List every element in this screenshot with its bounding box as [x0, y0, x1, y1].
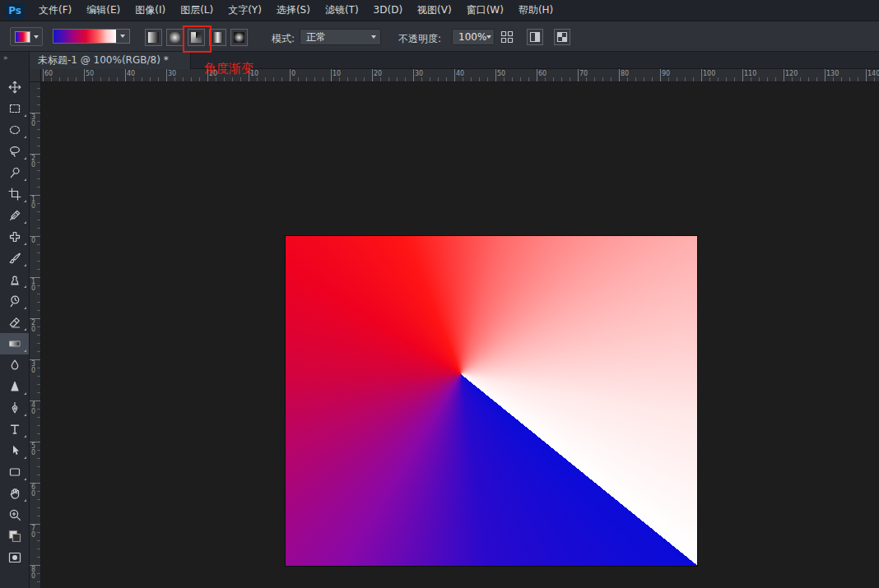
h-ruler-label: 50 — [86, 70, 94, 77]
chevron-down-icon — [486, 35, 491, 39]
h-ruler-label: 20 — [374, 70, 382, 77]
tool-preset-picker[interactable] — [10, 27, 43, 46]
lasso-tool[interactable] — [0, 141, 29, 162]
ruler-corner[interactable] — [30, 69, 41, 82]
tools-list — [0, 76, 30, 568]
v-ruler-label: 50 — [31, 443, 39, 456]
eraser-tool[interactable] — [0, 312, 29, 333]
opacity-select[interactable]: 100% — [452, 29, 495, 45]
ellipse-marquee-tool[interactable] — [0, 119, 29, 141]
h-ruler-label: 20 — [209, 70, 217, 77]
diamond-gradient-button[interactable] — [230, 29, 248, 46]
diamond-gradient-icon — [234, 32, 244, 43]
path-selection-tool[interactable] — [0, 440, 29, 461]
v-ruler-label: 10 — [31, 279, 39, 291]
menu-item-1[interactable]: 编辑(E) — [79, 0, 128, 21]
crop-tool[interactable] — [0, 183, 29, 205]
menu-item-4[interactable]: 文字(Y) — [221, 0, 269, 21]
h-ruler-label: 30 — [415, 70, 423, 77]
document-canvas[interactable] — [286, 236, 697, 566]
move-tool[interactable] — [0, 76, 29, 98]
reflected-gradient-button[interactable] — [209, 29, 226, 46]
sharpen-tool[interactable] — [0, 376, 29, 397]
mode-select[interactable]: 正常 — [300, 29, 381, 45]
h-ruler-label: 110 — [744, 70, 756, 77]
blur-tool[interactable] — [0, 354, 29, 376]
menu-item-10[interactable]: 帮助(H) — [511, 0, 560, 21]
zoom-tool[interactable] — [0, 504, 29, 525]
eyedropper-tool[interactable] — [0, 205, 29, 226]
horizontal-ruler[interactable]: 6050403020100102030405060708090100110120… — [41, 69, 879, 82]
angle-gradient-button[interactable] — [188, 29, 205, 46]
menu-item-5[interactable]: 选择(S) — [269, 0, 318, 21]
h-ruler-label: 50 — [497, 70, 505, 77]
quick-selection-tool[interactable] — [0, 162, 29, 183]
gradient-preview[interactable] — [53, 29, 117, 44]
radial-gradient-button[interactable] — [166, 29, 184, 46]
canvas-area[interactable] — [41, 82, 879, 588]
h-ruler-label: 40 — [456, 70, 464, 77]
gradient-type-buttons — [145, 29, 248, 46]
healing-brush-tool[interactable] — [0, 226, 29, 248]
rect-marquee-tool[interactable] — [0, 98, 29, 119]
history-brush-tool[interactable] — [0, 290, 29, 312]
h-ruler-label: 90 — [662, 70, 670, 77]
menu-item-7[interactable]: 3D(D) — [366, 0, 410, 21]
mode-value: 正常 — [306, 30, 326, 44]
linear-gradient-icon — [148, 32, 159, 43]
rectangle-tool[interactable] — [0, 461, 29, 483]
quick-mask-button[interactable] — [0, 547, 29, 568]
gradient-picker-open-button[interactable] — [116, 29, 130, 44]
brush-tool[interactable] — [0, 248, 29, 269]
opacity-label: 不透明度: — [398, 32, 441, 46]
h-ruler-label: 10 — [333, 70, 341, 77]
h-ruler-label: 80 — [621, 70, 629, 77]
document-tab[interactable]: 未标题-1 @ 100%(RGB/8) * — [30, 52, 191, 69]
mode-label: 模式: — [272, 32, 295, 46]
angle-gradient-icon — [191, 32, 202, 43]
menu-item-6[interactable]: 滤镜(T) — [318, 0, 366, 21]
menu-item-0[interactable]: 文件(F) — [31, 0, 79, 21]
v-ruler-label: 30 — [31, 114, 39, 127]
hand-tool[interactable] — [0, 483, 29, 504]
pen-tool[interactable] — [0, 397, 29, 419]
vertical-ruler[interactable]: 30201001020304050607080 — [30, 82, 41, 588]
v-ruler-label: 40 — [31, 402, 39, 414]
foreground-color-swatch[interactable] — [0, 525, 29, 547]
h-ruler-label: 70 — [579, 70, 588, 77]
v-ruler-label: 30 — [31, 361, 39, 373]
h-ruler-label: 60 — [44, 70, 53, 77]
photoshop-window: Ps 文件(F)编辑(E)图像(I)图层(L)文字(Y)选择(S)滤镜(T)3D… — [0, 0, 879, 588]
h-ruler-label: 10 — [250, 70, 258, 77]
menu-bar: Ps 文件(F)编辑(E)图像(I)图层(L)文字(Y)选择(S)滤镜(T)3D… — [0, 0, 879, 21]
h-ruler-label: 0 — [291, 70, 295, 77]
menu-items: 文件(F)编辑(E)图像(I)图层(L)文字(Y)选择(S)滤镜(T)3D(D)… — [31, 0, 560, 21]
h-ruler-label: 130 — [826, 70, 839, 77]
document-tab-title: 未标题-1 @ 100%(RGB/8) * — [38, 53, 169, 67]
document-tab-bar: 未标题-1 @ 100%(RGB/8) * — [30, 52, 879, 69]
h-ruler-label: 60 — [538, 70, 546, 77]
gradient-tool[interactable] — [0, 333, 29, 354]
v-ruler-label: 10 — [31, 197, 39, 209]
photoshop-logo: Ps — [5, 2, 25, 19]
radial-gradient-icon — [170, 32, 180, 43]
menu-item-8[interactable]: 视图(V) — [410, 0, 459, 21]
menu-item-2[interactable]: 图像(I) — [128, 0, 173, 21]
collapse-toolbar-chevron[interactable]: » — [3, 53, 7, 62]
chevron-down-icon — [371, 35, 376, 39]
menu-item-9[interactable]: 窗口(W) — [459, 0, 511, 21]
checkerboard-button[interactable] — [554, 29, 570, 45]
grid-icon[interactable] — [499, 29, 515, 45]
clone-stamp-tool[interactable] — [0, 269, 29, 290]
options-bar: 模式: 正常 不透明度: 100% — [0, 21, 879, 52]
h-ruler-label: 40 — [127, 70, 135, 77]
h-ruler-label: 120 — [785, 70, 798, 77]
tool-bar: » — [0, 52, 30, 588]
type-tool[interactable] — [0, 419, 29, 440]
menu-item-3[interactable]: 图层(L) — [173, 0, 221, 21]
chevron-down-icon — [120, 35, 125, 38]
linear-gradient-button[interactable] — [145, 29, 162, 46]
split-square-button[interactable] — [527, 29, 543, 45]
v-ruler-label: 20 — [31, 155, 39, 168]
v-ruler-label: 0 — [31, 238, 39, 244]
